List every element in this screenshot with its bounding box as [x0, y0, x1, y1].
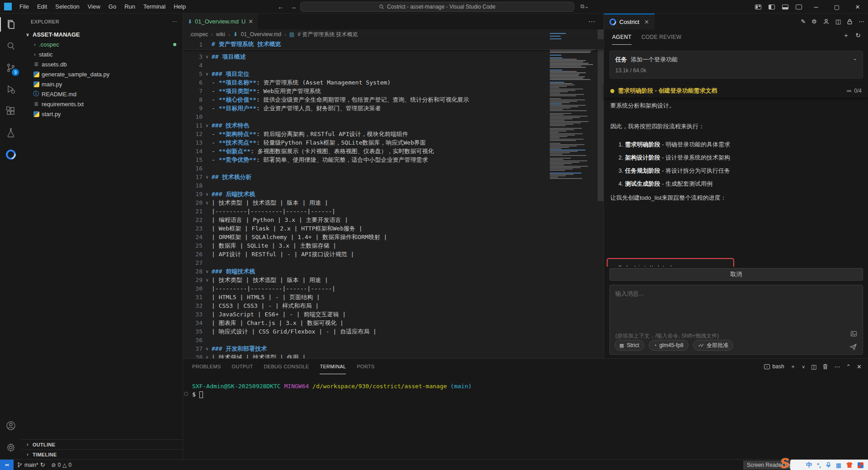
file-row-assets.db[interactable]: ≣assets.db — [22, 59, 183, 69]
pill-全部批准[interactable]: ✓✓全部批准 — [693, 340, 733, 351]
menu-file[interactable]: File — [15, 3, 33, 10]
activity-account[interactable] — [0, 415, 22, 437]
menu-help[interactable]: Help — [170, 3, 190, 10]
breadcrumb-item[interactable]: wiki — [216, 31, 225, 38]
pill-glm45-fp8[interactable]: ◔glm45-fp8 — [649, 340, 689, 351]
remote-indicator[interactable]: >< — [0, 460, 14, 470]
menu-terminal[interactable]: Terminal — [139, 3, 170, 10]
customize-layout-icon[interactable] — [755, 5, 761, 9]
explorer-more-icon[interactable]: ⋯ — [172, 19, 177, 24]
explorer-root-folder[interactable]: ∨ ASSET-MANAGE — [22, 29, 183, 39]
message-input[interactable] — [610, 285, 863, 329]
layout-dropdown-icon[interactable]: ⧉⌄ — [580, 3, 589, 9]
menu-run[interactable]: Run — [120, 3, 139, 10]
activity-extensions[interactable] — [0, 100, 22, 122]
activity-settings[interactable] — [0, 437, 22, 458]
breadcrumb-item[interactable]: 01_Overview.md — [241, 31, 281, 38]
nav-back-icon[interactable]: ← — [278, 3, 284, 10]
panel-tab-ports[interactable]: PORTS — [357, 359, 374, 374]
new-terminal-icon[interactable]: ＋ — [790, 362, 796, 371]
panel-tab-debug-console[interactable]: DEBUG CONSOLE — [264, 359, 309, 374]
history-icon[interactable]: ↻ — [855, 32, 861, 40]
send-icon[interactable] — [849, 343, 857, 351]
gear-icon[interactable]: ⚙ — [811, 18, 817, 25]
breadcrumb-item[interactable]: # 资产管理系统 技术概览 — [297, 31, 358, 38]
file-row-requirements.txt[interactable]: ≣requirements.txt — [22, 99, 183, 109]
command-center[interactable]: Costrict - asset-manage - Visual Studio … — [300, 2, 574, 12]
ime-keyboard-icon[interactable]: ▦ — [836, 462, 841, 469]
close-button[interactable]: ✕ — [847, 0, 868, 14]
ime-chinese-mode-icon[interactable]: 中 — [806, 461, 812, 469]
file-row-start.py[interactable]: start.py — [22, 109, 183, 119]
file-row-main.py[interactable]: main.py — [22, 79, 183, 89]
sticky-scroll-line[interactable]: 1 # 资产管理系统 技术概览 — [183, 39, 604, 50]
minimize-button[interactable]: ─ — [806, 0, 826, 14]
lock-icon[interactable] — [847, 19, 853, 25]
tab-01-overview[interactable]: ⬇ 01_Overview.md U ✕ — [183, 14, 258, 29]
activity-testing[interactable] — [0, 122, 22, 144]
breadcrumb-item[interactable]: .cospec — [189, 31, 208, 38]
restore-button[interactable]: ▢ — [826, 0, 847, 14]
code-area[interactable]: 3∨## 项目概述45∨### 项目定位6- **项目名称**: 资产管理系统 … — [183, 50, 604, 358]
minimap[interactable] — [548, 29, 598, 346]
ime-toolbox-icon[interactable] — [858, 462, 863, 468]
split-editor-icon[interactable]: ◫ — [835, 18, 841, 25]
file-row-.cospec[interactable]: ›.cospec — [22, 39, 183, 49]
git-branch-item[interactable]: main* ↻ — [14, 460, 48, 470]
panel-tab-problems[interactable]: PROBLEMS — [192, 359, 221, 374]
terminal-dropdown-icon[interactable]: ∨ — [802, 364, 805, 369]
more-actions-icon[interactable]: ⋯ — [859, 18, 864, 25]
kill-terminal-icon[interactable] — [822, 363, 828, 370]
toggle-secondary-sidebar-icon[interactable] — [796, 5, 802, 9]
pill-Strict[interactable]: ▦Strict — [614, 340, 644, 351]
toggle-panel-icon[interactable] — [782, 5, 788, 9]
tab-close-icon[interactable]: ✕ — [644, 19, 649, 25]
file-row-generate_sample_data.py[interactable]: generate_sample_data.py — [22, 69, 183, 79]
activity-explorer[interactable] — [0, 14, 22, 35]
menu-go[interactable]: Go — [104, 3, 120, 10]
nav-forward-icon[interactable]: → — [290, 3, 297, 10]
menu-selection[interactable]: Selection — [51, 3, 83, 10]
account-icon[interactable] — [823, 18, 830, 25]
sogou-logo-icon[interactable]: S — [779, 455, 790, 470]
sync-icon[interactable]: ↻ — [40, 461, 45, 468]
cancel-button[interactable]: 取消 — [609, 268, 863, 281]
code-line-37: 37∨### 开发和部署技术 — [183, 344, 604, 353]
editor-more-actions-icon[interactable]: ⋯ — [588, 17, 595, 26]
menu-view[interactable]: View — [84, 3, 104, 10]
sidebar-section-timeline[interactable]: ›TIMELINE — [22, 449, 183, 459]
ime-mic-icon[interactable] — [826, 462, 831, 468]
terminal-shell-chip[interactable]: > bash — [764, 363, 784, 370]
chevron-down-icon[interactable]: ⌄ — [853, 56, 857, 61]
activity-source-control[interactable]: 9 — [0, 57, 22, 79]
panel-tab-terminal[interactable]: TERMINAL — [320, 359, 346, 374]
sogou-ime-toolbar[interactable]: S 中 °, ▦ — [790, 460, 868, 470]
split-terminal-icon[interactable]: ◫ — [811, 363, 816, 370]
tab-code-review[interactable]: CODE REVIEW — [642, 29, 682, 45]
problems-item[interactable]: ⊘ 0 △ 0 — [48, 460, 75, 470]
task-summary-box[interactable]: 任务添加一个登录功能 13.1k / 64.0k ⌄ — [609, 51, 863, 79]
maximize-panel-icon[interactable]: ⌃ — [846, 363, 851, 370]
activity-run-debug[interactable] — [0, 79, 22, 100]
ime-punctuation-icon[interactable]: °, — [817, 462, 821, 469]
tab-agent[interactable]: AGENT — [612, 29, 632, 45]
attach-image-icon[interactable] — [850, 330, 857, 337]
panel-more-icon[interactable]: ⋯ — [834, 363, 840, 370]
new-task-icon[interactable]: ＋ — [843, 32, 849, 40]
tab-costrict[interactable]: Costrict ✕ — [604, 14, 655, 29]
tab-close-icon[interactable]: ✕ — [248, 18, 253, 25]
activity-search[interactable] — [0, 35, 22, 57]
panel-tab-output[interactable]: OUTPUT — [232, 359, 253, 374]
menu-edit[interactable]: Edit — [33, 3, 51, 10]
edit-icon[interactable]: ✎ — [801, 18, 806, 25]
sidebar-section-outline[interactable]: ›OUTLINE — [22, 439, 183, 449]
phase-section-header[interactable]: 需求明确阶段 - 创建登录功能需求文档 ≔ 0/4 — [604, 84, 868, 98]
ime-skin-icon[interactable] — [846, 462, 853, 468]
editor-scrollbar[interactable] — [598, 29, 604, 201]
file-row-README.md[interactable]: ⓘREADME.md — [22, 89, 183, 99]
breadcrumb[interactable]: .cospec›wiki›⬇01_Overview.md›▤# 资产管理系统 技… — [183, 29, 604, 39]
activity-costrict[interactable] — [0, 144, 22, 165]
toggle-sidebar-icon[interactable] — [769, 5, 775, 9]
file-row-static[interactable]: ›static — [22, 49, 183, 59]
close-panel-icon[interactable]: ✕ — [857, 363, 862, 370]
